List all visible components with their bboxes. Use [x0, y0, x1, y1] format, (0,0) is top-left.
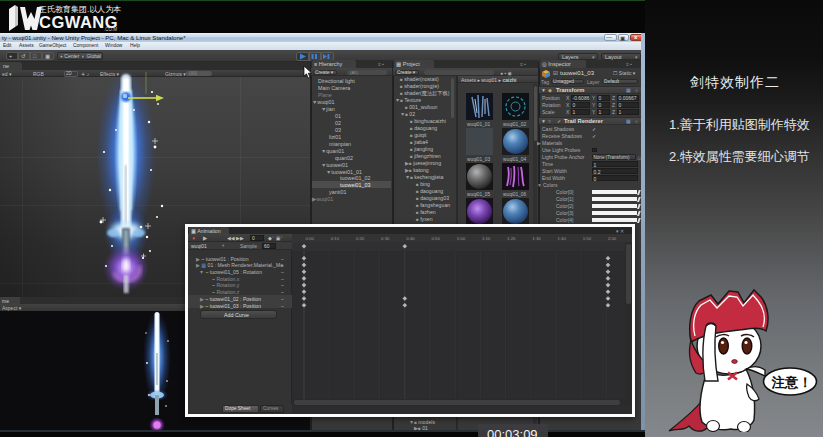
svg-text:1:40: 1:40 — [558, 236, 567, 241]
svg-text:注意！: 注意！ — [771, 375, 813, 390]
svg-text:0:00: 0:00 — [306, 236, 315, 241]
svg-text:wuqi01_03: wuqi01_03 — [467, 157, 491, 162]
svg-text:0:10: 0:10 — [331, 236, 340, 241]
svg-text:1:30: 1:30 — [532, 236, 541, 241]
svg-text:0:40: 0:40 — [406, 236, 415, 241]
svg-text:0:50: 0:50 — [432, 236, 441, 241]
svg-text:2:00: 2:00 — [608, 236, 617, 241]
svg-text:1:00: 1:00 — [457, 236, 466, 241]
svg-text:.CO.M: .CO.M — [104, 27, 117, 31]
svg-text:0:20: 0:20 — [356, 236, 365, 241]
svg-text:1:50: 1:50 — [583, 236, 592, 241]
svg-text:wuqi01_01: wuqi01_01 — [467, 122, 491, 127]
svg-text:1:10: 1:10 — [482, 236, 491, 241]
svg-text:wuqi01_05: wuqi01_05 — [467, 192, 491, 197]
svg-text:wuqi01_04: wuqi01_04 — [503, 157, 527, 162]
svg-text:wuqi01_06: wuqi01_06 — [503, 192, 527, 197]
svg-text:wuqi01_02: wuqi01_02 — [503, 122, 527, 127]
svg-text:1:20: 1:20 — [507, 236, 516, 241]
svg-text:0:30: 0:30 — [381, 236, 390, 241]
